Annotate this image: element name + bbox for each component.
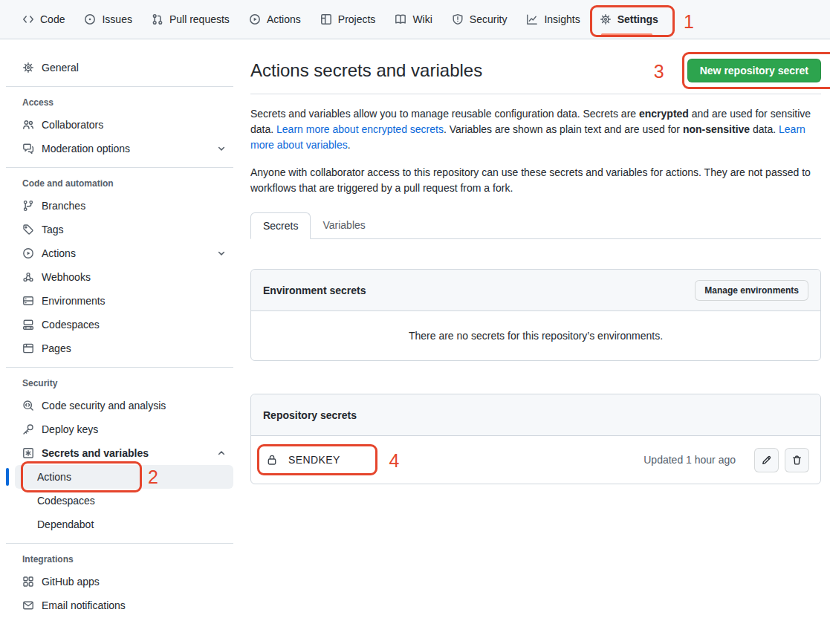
sidebar-divider <box>6 86 233 87</box>
repo-tab-bar: Code Issues Pull requests Actions Projec… <box>0 0 830 39</box>
sidebar-item-deploy-keys[interactable]: Deploy keys <box>15 417 233 441</box>
sidebar-item-label: Codespaces <box>37 495 95 507</box>
sidebar-subitem-actions[interactable]: Actions 2 <box>15 465 233 489</box>
sidebar-item-label: Pages <box>42 342 71 354</box>
annotation-number-1: 1 <box>684 13 694 31</box>
sidebar-section-security: Security <box>22 378 238 388</box>
tab-actions[interactable]: Actions <box>249 13 301 25</box>
tab-variables[interactable]: Variables <box>311 212 377 238</box>
git-branch-icon <box>22 200 34 212</box>
tab-label: Pull requests <box>169 13 230 25</box>
tab-label: Projects <box>338 13 376 25</box>
manage-environments-button[interactable]: Manage environments <box>695 280 808 301</box>
annotation-number-4: 4 <box>389 452 399 470</box>
pencil-icon <box>761 455 772 466</box>
environment-secrets-empty-message: There are no secrets for this repository… <box>251 311 820 360</box>
bold-encrypted: encrypted <box>639 108 689 120</box>
tab-insights[interactable]: Insights <box>526 13 580 25</box>
tag-icon <box>22 224 34 235</box>
sidebar-item-branches[interactable]: Branches <box>15 194 233 218</box>
sidebar-item-label: Tags <box>42 224 64 235</box>
secret-name: SENDKEY <box>288 454 340 466</box>
chevron-down-icon <box>217 144 226 153</box>
comment-discussion-icon <box>22 143 34 155</box>
tab-label: Actions <box>267 13 301 25</box>
play-icon <box>22 247 34 259</box>
secret-updated-timestamp: Updated 1 hour ago <box>643 454 736 466</box>
sidebar-item-secrets-and-variables[interactable]: Secrets and variables <box>15 441 233 465</box>
people-icon <box>22 119 34 131</box>
tab-security[interactable]: Security <box>452 13 508 25</box>
sidebar-item-code-security[interactable]: Code security and analysis <box>15 394 233 417</box>
sidebar-item-label: Deploy keys <box>42 423 98 435</box>
sidebar-item-collaborators[interactable]: Collaborators <box>15 113 233 137</box>
gear-icon <box>22 62 34 74</box>
sidebar-item-pages[interactable]: Pages <box>15 336 233 360</box>
server-icon <box>22 295 34 307</box>
sidebar-item-label: Moderation options <box>42 143 130 155</box>
bold-non-sensitive: non-sensitive <box>683 123 750 135</box>
tab-issues[interactable]: Issues <box>84 13 132 25</box>
tab-label: Settings <box>617 13 658 25</box>
settings-sidebar: General Access Collaborators Moderation … <box>0 39 238 617</box>
tab-label: Wiki <box>412 13 432 25</box>
trash-icon <box>791 455 803 466</box>
link-encrypted-secrets[interactable]: Learn more about encrypted secrets <box>276 123 444 135</box>
sidebar-item-email-notifications[interactable]: Email notifications <box>15 593 233 617</box>
book-icon <box>395 13 406 25</box>
sidebar-item-actions[interactable]: Actions <box>15 241 233 265</box>
environment-secrets-header: Environment secrets Manage environments <box>251 270 820 311</box>
sidebar-item-label: Webhooks <box>42 271 91 283</box>
sidebar-item-github-apps[interactable]: GitHub apps <box>15 570 233 593</box>
sidebar-item-label: Secrets and variables <box>42 447 149 459</box>
sidebar-item-label: Actions <box>42 247 76 259</box>
sidebar-item-general[interactable]: General <box>15 56 233 79</box>
edit-secret-button[interactable] <box>754 448 779 472</box>
apps-grid-icon <box>22 576 34 588</box>
secret-row: SENDKEY 4 Updated 1 hour ago <box>251 436 820 484</box>
graph-icon <box>526 13 538 25</box>
sidebar-item-label: Branches <box>42 200 85 212</box>
mail-icon <box>22 599 34 611</box>
tab-code[interactable]: Code <box>22 13 65 25</box>
sidebar-item-label: Collaborators <box>42 119 103 131</box>
repository-secrets-title: Repository secrets <box>263 409 357 421</box>
tab-label: Issues <box>102 13 132 25</box>
sidebar-subitem-codespaces[interactable]: Codespaces <box>15 489 233 513</box>
play-icon <box>249 13 261 25</box>
sidebar-item-moderation-options[interactable]: Moderation options <box>15 137 233 160</box>
delete-secret-button[interactable] <box>785 448 809 472</box>
sidebar-divider <box>6 367 233 368</box>
sidebar-divider <box>6 167 233 168</box>
sidebar-item-label: General <box>42 62 79 74</box>
sidebar-subitem-dependabot[interactable]: Dependabot <box>15 513 233 536</box>
asterisk-box-icon <box>22 447 34 459</box>
sidebar-item-label: Environments <box>42 295 106 307</box>
sidebar-item-label: GitHub apps <box>42 576 100 588</box>
shield-icon <box>452 13 464 25</box>
sidebar-item-label: Email notifications <box>42 599 126 611</box>
tab-settings[interactable]: Settings 1 <box>600 13 658 25</box>
sidebar-item-codespaces[interactable]: Codespaces <box>15 313 233 336</box>
new-repository-secret-button[interactable]: New repository secret 3 <box>687 59 821 82</box>
sidebar-item-webhooks[interactable]: Webhooks <box>15 265 233 289</box>
browser-icon <box>22 342 34 354</box>
tab-label: Code <box>40 13 65 25</box>
tab-secrets[interactable]: Secrets <box>250 212 311 239</box>
webhook-icon <box>22 271 34 283</box>
sidebar-item-environments[interactable]: Environments <box>15 289 233 313</box>
sidebar-item-label: Code security and analysis <box>42 400 166 412</box>
sidebar-section-integrations: Integrations <box>22 554 238 565</box>
sidebar-item-tags[interactable]: Tags <box>15 218 233 241</box>
header-divider <box>250 94 821 94</box>
tab-pull-requests[interactable]: Pull requests <box>152 13 230 25</box>
secret-name-group: SENDKEY 4 <box>266 454 340 466</box>
secrets-variables-tabnav: Secrets Variables <box>250 212 821 239</box>
intro-text: Secrets and variables allow you to manag… <box>250 106 821 196</box>
tab-wiki[interactable]: Wiki <box>395 13 432 25</box>
repository-secrets-box: Repository secrets SENDKEY 4 Updated 1 h… <box>250 394 821 484</box>
sidebar-section-code-automation: Code and automation <box>22 178 238 189</box>
tab-projects[interactable]: Projects <box>320 13 376 25</box>
sidebar-section-access: Access <box>22 97 238 108</box>
environment-secrets-box: Environment secrets Manage environments … <box>250 269 821 361</box>
